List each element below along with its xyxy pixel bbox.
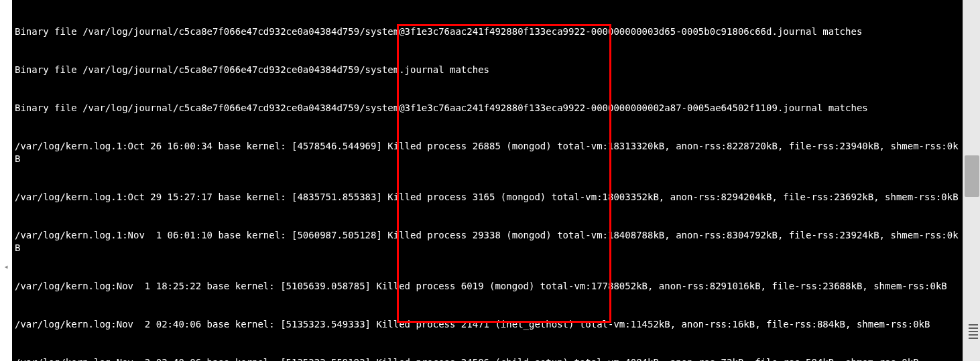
log-line: Binary file /var/log/journal/c5ca8e7f066… — [15, 64, 960, 76]
scrollbar-grip-icon — [969, 323, 978, 340]
log-line: /var/log/kern.log.1:Oct 26 16:00:34 base… — [15, 140, 960, 165]
gutter-collapse-arrow-icon[interactable]: ◂ — [2, 263, 10, 271]
log-line: Binary file /var/log/journal/c5ca8e7f066… — [15, 25, 960, 38]
editor-left-gutter: ◂ — [0, 0, 12, 361]
log-line: /var/log/kern.log:Nov 1 18:25:22 base ke… — [15, 280, 960, 293]
vertical-scrollbar-track[interactable] — [963, 0, 980, 361]
log-line: /var/log/kern.log:Nov 2 02:40:06 base ke… — [15, 318, 960, 331]
log-line: /var/log/kern.log.1:Oct 29 15:27:17 base… — [15, 191, 960, 204]
log-line: Binary file /var/log/journal/c5ca8e7f066… — [15, 102, 960, 115]
vertical-scrollbar-thumb[interactable] — [965, 155, 979, 197]
log-line: /var/log/kern.log.1:Nov 1 06:01:10 base … — [15, 229, 960, 255]
log-line: /var/log/kern.log:Nov 2 02:40:06 base ke… — [15, 356, 960, 361]
terminal-output[interactable]: Binary file /var/log/journal/c5ca8e7f066… — [12, 0, 963, 361]
